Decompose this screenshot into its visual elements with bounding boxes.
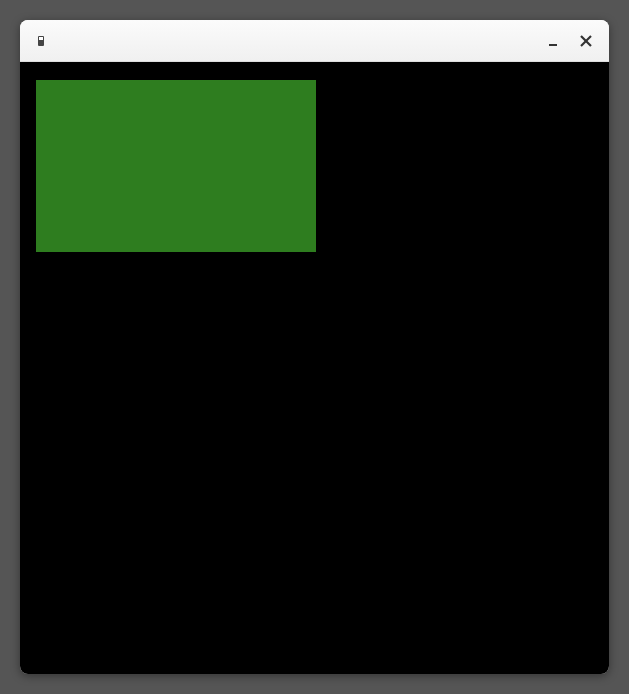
- canvas-area: [20, 62, 609, 674]
- svg-rect-2: [549, 44, 557, 46]
- close-button[interactable]: [579, 34, 593, 48]
- green-rectangle: [36, 80, 316, 252]
- svg-rect-1: [39, 37, 43, 40]
- window-controls: [547, 34, 593, 48]
- minimize-button[interactable]: [547, 34, 561, 48]
- titlebar[interactable]: [20, 20, 609, 62]
- app-icon: [34, 33, 50, 49]
- application-window: [20, 20, 609, 674]
